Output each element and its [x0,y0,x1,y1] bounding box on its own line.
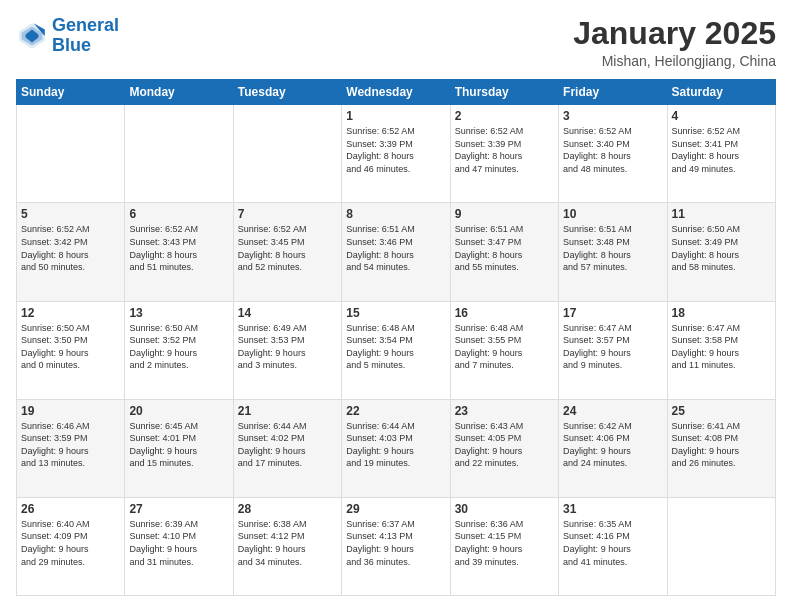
day-number: 17 [563,306,662,320]
day-cell: 15Sunrise: 6:48 AM Sunset: 3:54 PM Dayli… [342,301,450,399]
day-number: 24 [563,404,662,418]
page: General Blue January 2025 Mishan, Heilon… [0,0,792,612]
title-block: January 2025 Mishan, Heilongjiang, China [573,16,776,69]
day-number: 5 [21,207,120,221]
day-number: 16 [455,306,554,320]
day-number: 19 [21,404,120,418]
day-info: Sunrise: 6:45 AM Sunset: 4:01 PM Dayligh… [129,420,228,470]
day-info: Sunrise: 6:52 AM Sunset: 3:39 PM Dayligh… [346,125,445,175]
day-info: Sunrise: 6:52 AM Sunset: 3:39 PM Dayligh… [455,125,554,175]
day-number: 3 [563,109,662,123]
day-cell: 3Sunrise: 6:52 AM Sunset: 3:40 PM Daylig… [559,105,667,203]
day-number: 18 [672,306,771,320]
day-number: 1 [346,109,445,123]
day-info: Sunrise: 6:48 AM Sunset: 3:55 PM Dayligh… [455,322,554,372]
day-info: Sunrise: 6:38 AM Sunset: 4:12 PM Dayligh… [238,518,337,568]
day-info: Sunrise: 6:41 AM Sunset: 4:08 PM Dayligh… [672,420,771,470]
day-info: Sunrise: 6:37 AM Sunset: 4:13 PM Dayligh… [346,518,445,568]
day-cell: 22Sunrise: 6:44 AM Sunset: 4:03 PM Dayli… [342,399,450,497]
day-cell: 23Sunrise: 6:43 AM Sunset: 4:05 PM Dayli… [450,399,558,497]
day-number: 12 [21,306,120,320]
day-number: 21 [238,404,337,418]
day-cell: 13Sunrise: 6:50 AM Sunset: 3:52 PM Dayli… [125,301,233,399]
day-number: 28 [238,502,337,516]
location: Mishan, Heilongjiang, China [573,53,776,69]
day-cell: 5Sunrise: 6:52 AM Sunset: 3:42 PM Daylig… [17,203,125,301]
day-cell [125,105,233,203]
logo-line1: General [52,15,119,35]
day-cell: 19Sunrise: 6:46 AM Sunset: 3:59 PM Dayli… [17,399,125,497]
day-number: 6 [129,207,228,221]
week-row-1: 5Sunrise: 6:52 AM Sunset: 3:42 PM Daylig… [17,203,776,301]
day-number: 20 [129,404,228,418]
day-cell: 31Sunrise: 6:35 AM Sunset: 4:16 PM Dayli… [559,497,667,595]
weekday-header-saturday: Saturday [667,80,775,105]
day-cell: 27Sunrise: 6:39 AM Sunset: 4:10 PM Dayli… [125,497,233,595]
weekday-header-tuesday: Tuesday [233,80,341,105]
day-number: 14 [238,306,337,320]
day-info: Sunrise: 6:42 AM Sunset: 4:06 PM Dayligh… [563,420,662,470]
day-cell [667,497,775,595]
logo-text: General Blue [52,16,119,56]
day-cell: 4Sunrise: 6:52 AM Sunset: 3:41 PM Daylig… [667,105,775,203]
week-row-0: 1Sunrise: 6:52 AM Sunset: 3:39 PM Daylig… [17,105,776,203]
day-number: 7 [238,207,337,221]
day-cell: 30Sunrise: 6:36 AM Sunset: 4:15 PM Dayli… [450,497,558,595]
day-number: 15 [346,306,445,320]
day-number: 25 [672,404,771,418]
day-info: Sunrise: 6:48 AM Sunset: 3:54 PM Dayligh… [346,322,445,372]
day-cell: 12Sunrise: 6:50 AM Sunset: 3:50 PM Dayli… [17,301,125,399]
day-info: Sunrise: 6:51 AM Sunset: 3:47 PM Dayligh… [455,223,554,273]
month-title: January 2025 [573,16,776,51]
day-info: Sunrise: 6:52 AM Sunset: 3:40 PM Dayligh… [563,125,662,175]
day-cell: 2Sunrise: 6:52 AM Sunset: 3:39 PM Daylig… [450,105,558,203]
day-info: Sunrise: 6:52 AM Sunset: 3:43 PM Dayligh… [129,223,228,273]
day-number: 4 [672,109,771,123]
day-cell: 7Sunrise: 6:52 AM Sunset: 3:45 PM Daylig… [233,203,341,301]
day-cell [233,105,341,203]
day-cell: 8Sunrise: 6:51 AM Sunset: 3:46 PM Daylig… [342,203,450,301]
day-info: Sunrise: 6:52 AM Sunset: 3:45 PM Dayligh… [238,223,337,273]
day-info: Sunrise: 6:51 AM Sunset: 3:46 PM Dayligh… [346,223,445,273]
day-info: Sunrise: 6:39 AM Sunset: 4:10 PM Dayligh… [129,518,228,568]
day-info: Sunrise: 6:51 AM Sunset: 3:48 PM Dayligh… [563,223,662,273]
day-info: Sunrise: 6:50 AM Sunset: 3:50 PM Dayligh… [21,322,120,372]
weekday-header-sunday: Sunday [17,80,125,105]
day-number: 10 [563,207,662,221]
day-number: 31 [563,502,662,516]
day-info: Sunrise: 6:43 AM Sunset: 4:05 PM Dayligh… [455,420,554,470]
logo-icon [16,20,48,52]
day-info: Sunrise: 6:47 AM Sunset: 3:58 PM Dayligh… [672,322,771,372]
day-info: Sunrise: 6:52 AM Sunset: 3:41 PM Dayligh… [672,125,771,175]
logo-line2: Blue [52,35,91,55]
day-info: Sunrise: 6:35 AM Sunset: 4:16 PM Dayligh… [563,518,662,568]
header: General Blue January 2025 Mishan, Heilon… [16,16,776,69]
day-info: Sunrise: 6:52 AM Sunset: 3:42 PM Dayligh… [21,223,120,273]
weekday-header-row: SundayMondayTuesdayWednesdayThursdayFrid… [17,80,776,105]
day-cell: 18Sunrise: 6:47 AM Sunset: 3:58 PM Dayli… [667,301,775,399]
week-row-3: 19Sunrise: 6:46 AM Sunset: 3:59 PM Dayli… [17,399,776,497]
day-number: 22 [346,404,445,418]
day-cell: 20Sunrise: 6:45 AM Sunset: 4:01 PM Dayli… [125,399,233,497]
day-cell: 1Sunrise: 6:52 AM Sunset: 3:39 PM Daylig… [342,105,450,203]
day-cell: 6Sunrise: 6:52 AM Sunset: 3:43 PM Daylig… [125,203,233,301]
weekday-header-thursday: Thursday [450,80,558,105]
day-info: Sunrise: 6:36 AM Sunset: 4:15 PM Dayligh… [455,518,554,568]
day-number: 26 [21,502,120,516]
day-cell: 10Sunrise: 6:51 AM Sunset: 3:48 PM Dayli… [559,203,667,301]
day-number: 23 [455,404,554,418]
week-row-2: 12Sunrise: 6:50 AM Sunset: 3:50 PM Dayli… [17,301,776,399]
day-cell: 16Sunrise: 6:48 AM Sunset: 3:55 PM Dayli… [450,301,558,399]
logo: General Blue [16,16,119,56]
day-number: 27 [129,502,228,516]
day-cell [17,105,125,203]
calendar-table: SundayMondayTuesdayWednesdayThursdayFrid… [16,79,776,596]
day-cell: 21Sunrise: 6:44 AM Sunset: 4:02 PM Dayli… [233,399,341,497]
day-info: Sunrise: 6:40 AM Sunset: 4:09 PM Dayligh… [21,518,120,568]
day-cell: 11Sunrise: 6:50 AM Sunset: 3:49 PM Dayli… [667,203,775,301]
day-info: Sunrise: 6:50 AM Sunset: 3:49 PM Dayligh… [672,223,771,273]
day-info: Sunrise: 6:46 AM Sunset: 3:59 PM Dayligh… [21,420,120,470]
weekday-header-monday: Monday [125,80,233,105]
day-number: 13 [129,306,228,320]
day-cell: 24Sunrise: 6:42 AM Sunset: 4:06 PM Dayli… [559,399,667,497]
